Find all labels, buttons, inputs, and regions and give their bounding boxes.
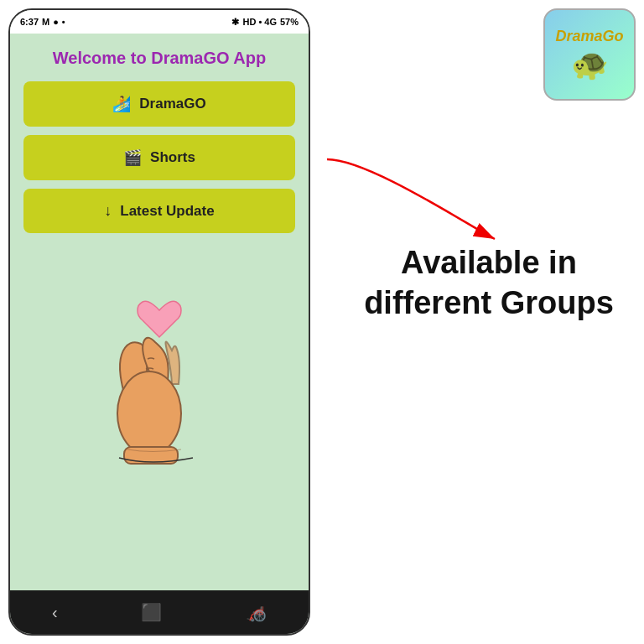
dramago-icon: 🏄	[112, 95, 131, 113]
phone-frame: 6:37 M ● • ✱ HD • 4G 57% Welcome to Dram…	[8, 8, 310, 636]
back-icon: ‹	[52, 603, 58, 621]
status-right: ✱ HD • 4G 57%	[231, 17, 299, 28]
recents-button[interactable]: 🦽	[246, 602, 267, 622]
dot-icon: •	[62, 17, 65, 27]
latest-update-button[interactable]: ↓ Latest Update	[23, 189, 295, 233]
status-left: 6:37 M ● •	[20, 17, 65, 27]
dramago-logo-box: DramaGo 🐢	[543, 8, 636, 101]
app-title: Welcome to DramaGO App	[53, 49, 267, 68]
signal-text: HD • 4G	[242, 17, 277, 27]
download-icon: ↓	[104, 202, 112, 220]
home-button[interactable]: ⬛	[141, 602, 162, 622]
recents-icon: 🦽	[246, 603, 267, 621]
nav-bar: ‹ ⬛ 🦽	[10, 590, 309, 634]
time-display: 6:37	[20, 17, 39, 27]
home-icon: ⬛	[141, 603, 162, 621]
svg-point-0	[117, 371, 181, 455]
shorts-label: Shorts	[150, 149, 195, 166]
back-button[interactable]: ‹	[52, 603, 58, 622]
latest-update-label: Latest Update	[120, 203, 214, 220]
app-content: Welcome to DramaGO App 🏄 DramaGO 🎬 Short…	[10, 34, 309, 590]
circle-icon: ●	[53, 17, 59, 27]
annotation-arrow	[319, 151, 503, 252]
dramago-button[interactable]: 🏄 DramaGO	[23, 81, 295, 127]
bluetooth-icon: ✱	[231, 17, 239, 28]
available-text: Available in different Groups	[351, 243, 627, 323]
email-icon: M	[42, 17, 49, 27]
finger-heart-image	[75, 267, 243, 476]
battery-text: 57%	[280, 17, 299, 27]
shorts-icon: 🎬	[123, 148, 142, 167]
turtle-icon: 🐢	[571, 47, 609, 82]
status-bar: 6:37 M ● • ✱ HD • 4G 57%	[10, 10, 309, 34]
logo-text: DramaGo	[555, 28, 623, 45]
shorts-button[interactable]: 🎬 Shorts	[23, 135, 295, 180]
dramago-label: DramaGO	[139, 96, 205, 112]
